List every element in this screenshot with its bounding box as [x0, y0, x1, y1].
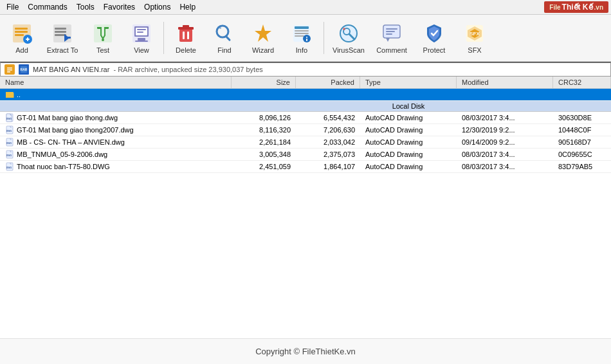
menu-tools[interactable]: Tools	[73, 1, 98, 13]
view-button[interactable]: View	[123, 17, 160, 59]
col-name[interactable]: Name	[0, 77, 232, 88]
find-label: Find	[217, 46, 231, 54]
find-button[interactable]: Find	[206, 17, 242, 59]
svg-rect-34	[295, 26, 309, 29]
col-packed[interactable]: Packed	[296, 77, 360, 88]
rar-file-icon: RAR	[19, 64, 29, 75]
copyright-text: Copyright © FileThietKe.vn	[255, 347, 356, 356]
file-name-3: DWG MB_TNMUA_05-9-2006.dwg	[0, 149, 232, 160]
dwg-file-icon: DWG	[5, 138, 14, 147]
svg-point-44	[343, 28, 345, 30]
protect-button[interactable]: Protect	[414, 17, 454, 59]
table-header: Name Size Packed Type Modified CRC32	[0, 77, 611, 89]
svg-rect-27	[183, 32, 185, 39]
table-row[interactable]: DWG GT-01 Mat bang giao thong2007.dwg 8,…	[0, 124, 611, 136]
svg-rect-56	[7, 69, 12, 71]
menu-commands[interactable]: Commands	[24, 1, 71, 13]
table-row[interactable]: DWG MB - CS- CN- THA – ANVIEN.dwg 2,261,…	[0, 136, 611, 149]
svg-rect-15	[105, 28, 109, 29]
footer: Copyright © FileThietKe.vn	[0, 338, 611, 364]
find-icon	[213, 22, 236, 45]
virusscan-button[interactable]: VirusScan	[328, 17, 369, 59]
svg-rect-57	[7, 71, 10, 73]
svg-rect-49	[386, 33, 392, 35]
col-crc32[interactable]: CRC32	[553, 77, 611, 88]
svg-rect-36	[295, 33, 309, 34]
wizard-button[interactable]: Wizard	[245, 17, 281, 59]
svg-rect-40	[306, 39, 307, 41]
menu-help[interactable]: Help	[176, 1, 199, 13]
virusscan-icon	[337, 22, 360, 45]
svg-rect-55	[7, 68, 12, 69]
svg-rect-1	[15, 28, 28, 30]
archive-name: MAT BANG AN VIEN.rar	[33, 66, 109, 73]
wizard-label: Wizard	[252, 46, 274, 54]
file-name-1: DWG GT-01 Mat bang giao thong2007.dwg	[0, 124, 232, 136]
svg-rect-30	[225, 35, 231, 41]
test-icon	[91, 22, 114, 45]
svg-rect-20	[137, 29, 146, 30]
svg-rect-21	[137, 32, 143, 33]
test-button[interactable]: Test	[85, 17, 121, 59]
table-row[interactable]: DWG Thoat nuoc ban-T75-80.DWG 2,451,059 …	[0, 161, 611, 173]
svg-text:SFX: SFX	[470, 31, 480, 37]
delete-label: Delete	[176, 46, 196, 54]
svg-marker-32	[255, 24, 271, 42]
svg-rect-2	[15, 31, 28, 33]
parent-folder-row[interactable]: ..	[0, 89, 611, 101]
protect-icon	[423, 22, 446, 45]
svg-rect-9	[55, 31, 66, 33]
menu-favorites[interactable]: Favorites	[100, 1, 139, 13]
svg-rect-12	[66, 37, 71, 39]
extract-to-button[interactable]: Extract To	[42, 17, 82, 59]
comment-button[interactable]: Comment	[372, 17, 412, 59]
svg-text:DWG: DWG	[6, 142, 12, 145]
table-row[interactable]: DWG GT-01 Mat bang giao thong.dwg 8,096,…	[0, 112, 611, 124]
comment-label: Comment	[376, 46, 407, 54]
svg-text:RAR: RAR	[21, 68, 28, 71]
file-name-2: DWG MB - CS- CN- THA – ANVIEN.dwg	[0, 136, 232, 148]
file-list: Name Size Packed Type Modified CRC32 ..	[0, 77, 611, 338]
separator-2	[324, 22, 324, 54]
sfx-button[interactable]: SFX SFX	[457, 17, 493, 59]
dwg-file-icon: DWG	[5, 113, 14, 122]
svg-rect-35	[295, 30, 309, 32]
extract-to-label: Extract To	[47, 46, 78, 54]
view-icon	[130, 22, 153, 45]
add-label: Add	[15, 46, 28, 54]
dwg-file-icon: DWG	[5, 150, 14, 159]
svg-text:DWG: DWG	[6, 130, 12, 132]
col-modified[interactable]: Modified	[457, 77, 553, 88]
wizard-icon	[251, 22, 275, 45]
local-disk-row: Local Disk	[0, 101, 611, 112]
svg-rect-14	[97, 28, 101, 29]
add-icon	[10, 22, 33, 45]
sfx-icon: SFX	[463, 22, 486, 45]
logo: File Thiết Kế .vn	[544, 1, 608, 13]
svg-rect-24	[179, 29, 192, 42]
info-button[interactable]: Info	[284, 17, 320, 59]
delete-button[interactable]: Delete	[168, 17, 204, 59]
svg-rect-7	[53, 24, 71, 42]
local-disk-label: Local Disk	[360, 101, 457, 111]
svg-rect-28	[187, 32, 189, 39]
protect-label: Protect	[423, 46, 446, 54]
add-button[interactable]: Add	[4, 17, 40, 59]
svg-text:DWG: DWG	[6, 154, 12, 157]
svg-text:DWG: DWG	[6, 167, 12, 169]
main-content: Name Size Packed Type Modified CRC32 ..	[0, 77, 611, 338]
view-label: View	[134, 46, 149, 54]
sfx-label: SFX	[468, 46, 481, 54]
table-row[interactable]: DWG MB_TNMUA_05-9-2006.dwg 3,005,348 2,3…	[0, 149, 611, 161]
svg-marker-46	[386, 38, 390, 42]
parent-folder-name: ..	[0, 89, 232, 100]
svg-rect-22	[138, 38, 145, 41]
menu-file[interactable]: File	[3, 1, 23, 13]
svg-rect-26	[183, 25, 189, 28]
archive-description: - RAR archive, unpacked size 23,930,037 …	[113, 66, 262, 73]
menu-options[interactable]: Options	[140, 1, 174, 13]
virusscan-label: VirusScan	[333, 46, 365, 54]
col-size[interactable]: Size	[232, 77, 296, 88]
address-bar: RAR MAT BANG AN VIEN.rar - RAR archive, …	[0, 62, 611, 77]
col-type[interactable]: Type	[360, 77, 457, 88]
